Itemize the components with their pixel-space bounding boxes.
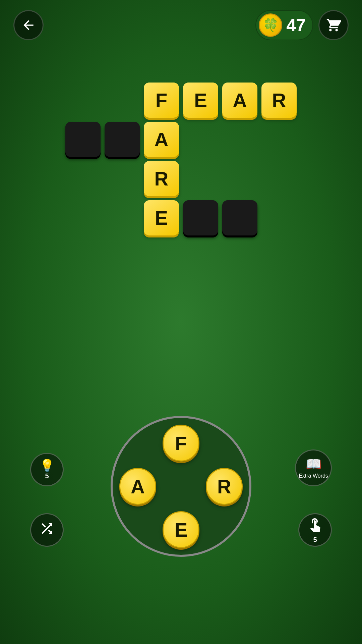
score-container: 🍀 47 [255,10,313,40]
header: 🍀 47 [0,10,362,40]
tile-black-4 [222,200,257,235]
hint-count: 5 [45,472,49,480]
crossword-grid: F E A R A R E [63,80,299,237]
tile-black-1 [65,122,101,157]
extra-words-label: Extra Words [299,473,328,479]
tile-R2: R [144,161,179,196]
back-icon [21,18,36,33]
extra-words-button[interactable]: 📖 Extra Words [295,449,332,486]
coins-count: 5 [313,536,317,544]
grid-row-2: R [63,159,181,198]
grid-row-3: E [63,198,259,237]
tile-R1: R [261,83,297,118]
tile-E2: E [144,200,179,235]
shuffle-icon [39,521,55,539]
hint-icon: 💡 [40,460,55,472]
coin-icon: 🍀 [259,13,282,37]
grid-row-0: F E A R [63,80,299,120]
score-value: 47 [286,15,306,35]
coins-button[interactable]: 5 [298,513,332,547]
coins-icon [307,516,323,535]
tile-A1: A [222,83,257,118]
circle-letter-A[interactable]: A [119,468,156,505]
tile-black-2 [105,122,140,157]
shuffle-button[interactable] [30,513,64,547]
hint-button[interactable]: 💡 5 [30,453,64,486]
tile-A2: A [144,122,179,157]
circle-letter-F[interactable]: F [163,425,199,462]
circle-letter-E[interactable]: E [163,511,199,548]
letter-circle-container: F A R E [111,416,251,557]
circle-letter-R[interactable]: R [206,468,243,505]
extra-words-icon: 📖 [306,457,321,471]
tile-black-3 [183,200,218,235]
grid-row-1: A [63,120,181,159]
tile-E1: E [183,83,218,118]
tile-F: F [144,83,179,118]
cart-button[interactable] [318,10,349,40]
back-button[interactable] [13,10,44,40]
cart-icon [326,18,341,33]
letter-circle: F A R E [111,416,251,557]
